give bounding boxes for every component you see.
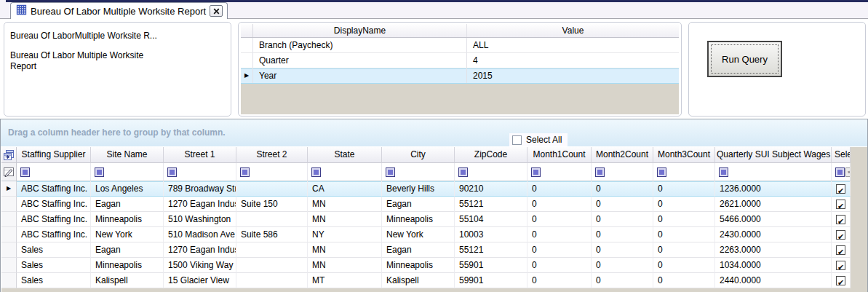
cell-staffing-supplier[interactable]: Sales [17,273,91,288]
filter-square-icon[interactable] [595,167,605,177]
cell-quarterly-sui-subject-wages[interactable]: 2263.0000 [715,242,832,258]
parameter-name-cell[interactable]: Year [253,68,467,83]
filter-cell-site-name[interactable] [91,163,164,181]
cell-zipcode[interactable]: 55901 [455,258,527,273]
checked-checkbox-icon[interactable] [836,230,845,240]
cell-street-2[interactable] [236,273,308,288]
filter-cell-staffing-supplier[interactable] [17,163,91,181]
cell-staffing-supplier[interactable]: ABC Staffing Inc. [17,197,91,212]
cell-month1count[interactable]: 0 [527,242,592,258]
cell-month3count[interactable]: 0 [653,242,715,258]
cell-staffing-supplier[interactable]: ABC Staffing Inc. [17,212,91,227]
column-header-quarterly-sui-subject-wages[interactable]: Quarterly SUI Subject Wages [715,147,832,163]
select-all-control[interactable]: Select All [509,133,568,146]
cell-staffing-supplier[interactable]: ABC Staffing Inc. [17,181,91,197]
cell-quarterly-sui-subject-wages[interactable]: 1034.0000 [715,258,832,273]
cell-city[interactable]: Beverly Hills [382,181,455,197]
filter-square-icon[interactable] [531,167,541,177]
cell-city[interactable]: Minneapolis [382,212,455,227]
group-by-panel[interactable]: Drag a column header here to group by th… [1,119,867,146]
cell-month1count[interactable]: 0 [527,258,592,273]
table-row[interactable]: SalesEagan1270 Eagan IndusMNEagan5512100… [1,242,851,258]
column-header-month2count[interactable]: Month2Count [592,147,653,163]
parameter-row-quarter[interactable]: Quarter4 [241,53,679,68]
parameter-row-year[interactable]: ▶Year2015 [241,68,679,84]
filter-square-icon[interactable] [95,167,104,177]
cell-selected[interactable] [832,258,851,273]
cell-month3count[interactable]: 0 [653,273,715,288]
column-header-city[interactable]: City [382,147,455,163]
cell-month2count[interactable]: 0 [592,242,653,258]
cell-zipcode[interactable]: 90210 [455,181,527,197]
filter-square-icon[interactable] [167,167,177,177]
cell-selected[interactable] [832,273,851,288]
cell-state[interactable]: MN [308,197,382,212]
filter-square-icon[interactable] [719,167,728,177]
filter-cell-month1count[interactable] [527,163,592,181]
cell-month2count[interactable]: 0 [592,181,653,197]
cell-month1count[interactable]: 0 [527,212,592,227]
cell-street-2[interactable] [236,181,308,197]
customize-icon[interactable] [1,147,17,163]
column-header-month1count[interactable]: Month1Count [527,147,592,163]
cell-month2count[interactable]: 0 [592,258,653,273]
filter-square-icon[interactable] [20,167,30,177]
column-header-sele[interactable]: Sele [832,147,851,163]
filter-square-icon[interactable] [311,167,321,177]
cell-site-name[interactable]: Minneapolis [91,212,164,227]
filter-square-icon[interactable] [458,167,468,177]
cell-site-name[interactable]: Minneapolis [91,258,164,273]
cell-street-1[interactable]: 510 Washington [164,212,236,227]
column-header-state[interactable]: State [308,147,382,163]
report-tab[interactable]: Bureau Of Labor Multiple Worksite Report [10,2,228,19]
select-all-checkbox[interactable] [512,135,522,145]
cell-selected[interactable] [832,181,851,197]
column-header-site-name[interactable]: Site Name [91,147,164,163]
cell-zipcode[interactable]: 55121 [455,197,527,212]
cell-state[interactable]: MN [308,258,382,273]
cell-month3count[interactable]: 0 [653,227,715,242]
cell-staffing-supplier[interactable]: ABC Staffing Inc. [17,227,91,242]
filter-cell-state[interactable] [308,163,382,181]
cell-state[interactable]: MN [308,242,382,258]
filter-square-icon[interactable] [386,167,395,177]
cell-zipcode[interactable]: 59901 [455,273,527,288]
cell-street-2[interactable] [236,258,308,273]
close-icon[interactable] [210,5,223,17]
table-row[interactable]: ▶ABC Staffing Inc.Los Angeles789 Broadwa… [1,181,851,197]
cell-zipcode[interactable]: 55104 [455,212,527,227]
cell-street-1[interactable]: 1270 Eagan Indus [164,197,236,212]
cell-city[interactable]: Kalispell [382,273,455,288]
cell-city[interactable]: Minneapolis [382,258,455,273]
cell-site-name[interactable]: Eagan [91,242,164,258]
cell-city[interactable]: Eagan [382,197,455,212]
parameter-value-cell[interactable]: 4 [467,53,679,68]
cell-street-1[interactable]: 789 Broadway Str [164,181,236,197]
cell-site-name[interactable]: Kalispell [91,273,164,288]
cell-staffing-supplier[interactable]: Sales [17,242,91,258]
cell-street-2[interactable] [236,242,308,258]
cell-selected[interactable] [832,197,851,212]
column-header-street-1[interactable]: Street 1 [164,147,236,163]
cell-state[interactable]: MN [308,212,382,227]
cell-month3count[interactable]: 0 [653,212,715,227]
cell-city[interactable]: Eagan [382,242,455,258]
report-item-truncated[interactable]: Bureau Of LaborMultiple Worksite R... [10,31,225,41]
column-header-street-2[interactable]: Street 2 [236,147,308,163]
table-row[interactable]: ABC Staffing Inc.Eagan1270 Eagan IndusSu… [1,197,851,212]
parameter-value-cell[interactable]: 2015 [467,68,679,83]
cell-selected[interactable] [832,242,851,258]
parameter-name-cell[interactable]: Branch (Paycheck) [253,38,467,52]
column-header-value[interactable]: Value [467,24,679,37]
edit-filter-icon[interactable] [1,163,17,181]
column-header-staffing-supplier[interactable]: Staffing Supplier [17,147,91,163]
column-header-month3count[interactable]: Month3Count [653,147,715,163]
cell-quarterly-sui-subject-wages[interactable]: 1236.0000 [715,181,832,197]
parameter-name-cell[interactable]: Quarter [253,53,467,68]
cell-zipcode[interactable]: 10003 [455,227,527,242]
table-row[interactable]: ABC Staffing Inc.New York510 Madison Ave… [1,227,851,242]
run-query-button[interactable]: Run Query [707,41,782,77]
cell-site-name[interactable]: Eagan [91,197,164,212]
cell-month3count[interactable]: 0 [653,181,715,197]
cell-month1count[interactable]: 0 [527,181,592,197]
